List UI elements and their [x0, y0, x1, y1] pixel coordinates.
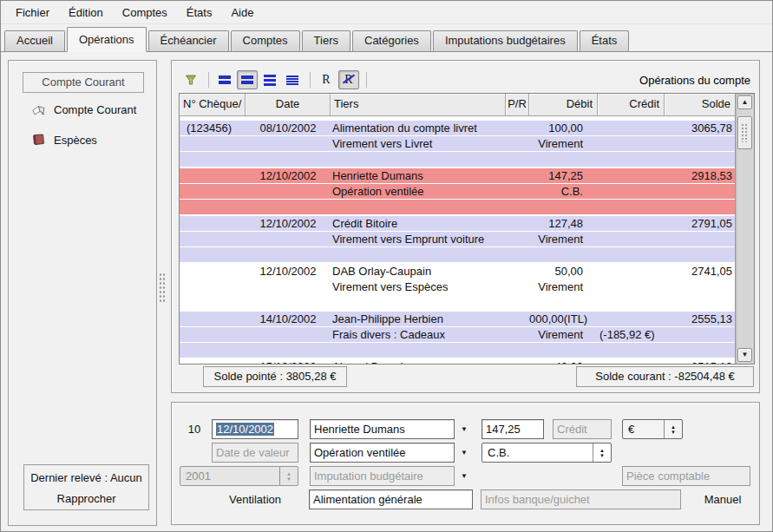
scroll-down-button[interactable]: ▼ — [737, 348, 752, 362]
toolbar-separator — [310, 72, 311, 88]
col-header-debit[interactable]: Débit — [529, 94, 598, 115]
table-row[interactable]: (123456) 08/10/2002 Alimentation du comp… — [180, 121, 735, 167]
two-line-view-icon — [241, 76, 253, 84]
exercise-spinner-icon[interactable]: ▲▼ — [279, 467, 298, 485]
breakdown-label: Ventilation — [212, 489, 298, 509]
filter-button[interactable] — [180, 70, 201, 89]
debit-amount-input[interactable]: 147,25 — [481, 419, 544, 439]
transaction-form: 10 12/10/2002 Henriette Dumans ▼ 147,25 … — [171, 402, 760, 525]
operations-toolbar: R R Opérations du compte — [180, 69, 752, 90]
credit-amount-input[interactable]: Crédit — [553, 419, 612, 439]
table-row[interactable]: 12/10/2002 Crédit Bitoire 127,48 2791,05… — [180, 216, 735, 262]
menu-aide[interactable]: Aide — [221, 3, 263, 22]
row-number-label: 10 — [184, 419, 205, 439]
scroll-up-button[interactable]: ▲ — [737, 95, 752, 109]
menu-comptes[interactable]: Comptes — [113, 3, 177, 22]
show-reconciled-button[interactable]: R — [316, 70, 337, 89]
payment-method-value: C.B. — [488, 446, 509, 459]
operations-panel: R R Opérations du compte N° Chèque/ Date… — [171, 60, 760, 393]
budget-dropdown-arrow-icon[interactable]: ▼ — [458, 466, 470, 486]
toolbar-separator — [366, 72, 367, 88]
bank-info-input[interactable]: Infos banque/guichet — [481, 489, 681, 509]
col-header-date[interactable]: Date — [246, 94, 331, 115]
scrollbar-grip — [741, 123, 749, 142]
accounts-sidebar: Compte Courant Compte Courant Espèces De… — [8, 60, 157, 526]
col-header-solde[interactable]: Solde — [665, 94, 735, 115]
currency-spinner-icon[interactable]: ▲▼ — [664, 420, 682, 438]
view-one-line-button[interactable] — [214, 70, 235, 89]
menu-edition[interactable]: Édition — [59, 3, 113, 22]
col-header-credit[interactable]: Crédit — [598, 94, 665, 115]
category-combo-input[interactable]: Opération ventilée — [310, 443, 455, 463]
exercise-value: 2001 — [186, 470, 211, 483]
reconcile-button[interactable]: Rapprocher — [24, 492, 148, 505]
view-three-line-button[interactable] — [259, 70, 280, 89]
transactions-table: N° Chèque/ Date Tiers P/R Débit Crédit S… — [179, 93, 755, 365]
tab-comptes[interactable]: Comptes — [231, 30, 300, 51]
col-header-pr[interactable]: P/R — [506, 94, 529, 115]
voucher-input[interactable]: Pièce comptable — [622, 466, 750, 486]
table-row[interactable]: 12/10/2002 DAB Orlay-Caupain 50,00 2741,… — [180, 264, 735, 310]
pane-splitter-handle[interactable] — [159, 273, 167, 304]
tab-etats[interactable]: États — [580, 30, 630, 51]
mode-label: Manuel — [695, 489, 750, 509]
one-line-view-icon — [219, 76, 231, 84]
sidebar-item-compte-courant[interactable]: Compte Courant — [31, 101, 136, 118]
table-body: (123456) 08/10/2002 Alimentation du comp… — [180, 121, 735, 364]
value-date-input[interactable]: Date de valeur — [212, 443, 298, 463]
tab-tiers[interactable]: Tiers — [302, 30, 350, 51]
last-statement-label: Dernier relevé : Aucun — [24, 471, 148, 484]
tab-operations[interactable]: Opérations — [67, 27, 147, 52]
view-two-line-button[interactable] — [237, 70, 258, 89]
sidebar-item-label: Espèces — [54, 134, 97, 147]
r-icon: R — [322, 73, 330, 87]
date-input[interactable]: 12/10/2002 — [212, 419, 298, 439]
filter-icon — [185, 74, 197, 86]
currency-selector[interactable]: € ▲▼ — [622, 419, 683, 439]
date-selected-text: 12/10/2002 — [216, 423, 274, 436]
tab-categories[interactable]: Catégories — [352, 30, 431, 51]
view-four-line-button[interactable] — [282, 70, 303, 89]
budget-combo-input[interactable]: Imputation budgétaire — [310, 466, 455, 486]
payee-combo-input[interactable]: Henriette Dumans — [310, 419, 455, 439]
tab-accueil[interactable]: Accueil — [4, 30, 65, 51]
table-header: N° Chèque/ Date Tiers P/R Débit Crédit S… — [180, 94, 735, 116]
table-row[interactable]: 14/10/2002 Jean-Philippe Herbien 000,00(… — [180, 312, 735, 358]
tab-echeancier[interactable]: Échéancier — [148, 30, 229, 51]
table-row-clipped[interactable]: 15/10/2002 Ahmed Beroche 40,00 2515,13 — [180, 359, 735, 364]
app-window: Fichier Édition Comptes États Aide Accue… — [0, 0, 773, 532]
toolbar-separator — [208, 72, 209, 88]
scrollbar-thumb[interactable] — [737, 116, 752, 149]
r-crossed-icon: R — [344, 73, 352, 87]
category-dropdown-arrow-icon[interactable]: ▼ — [458, 443, 470, 463]
col-header-tiers[interactable]: Tiers — [331, 94, 506, 115]
red-book-icon — [31, 133, 47, 147]
panel-title: Opérations du compte — [639, 74, 752, 87]
sidebar-item-especes[interactable]: Espèces — [31, 131, 97, 148]
menubar: Fichier Édition Comptes États Aide — [1, 1, 772, 24]
col-header-num-cheque[interactable]: N° Chèque/ — [180, 94, 246, 115]
payee-dropdown-arrow-icon[interactable]: ▼ — [458, 419, 470, 439]
sidebar-item-label: Compte Courant — [54, 103, 136, 116]
hide-reconciled-button[interactable]: R — [338, 70, 359, 89]
currency-value: € — [628, 423, 634, 436]
solde-pointe-box: Solde pointé : 3805,28 € — [203, 366, 347, 387]
reconcile-box: Dernier relevé : Aucun Rapprocher — [23, 464, 149, 510]
three-line-view-icon — [264, 75, 276, 86]
menu-etats[interactable]: États — [177, 3, 222, 22]
table-row-selected[interactable]: 12/10/2002 Henriette Dumans 147,25 2918,… — [180, 168, 735, 214]
account-selector[interactable]: Compte Courant — [23, 72, 144, 93]
breakdown-category-input[interactable]: Alimentation générale — [309, 489, 473, 509]
menu-fichier[interactable]: Fichier — [6, 3, 59, 22]
table-scrollbar[interactable]: ▲ ▼ — [735, 94, 754, 364]
four-line-view-icon — [286, 76, 298, 85]
checkbook-icon — [31, 102, 47, 116]
solde-courant-box: Solde courant : -82504,48 € — [576, 366, 754, 387]
tabbar: Accueil Opérations Échéancier Comptes Ti… — [1, 25, 772, 52]
tab-imputations[interactable]: Imputations budgétaires — [433, 30, 578, 51]
exercise-selector[interactable]: 2001 ▲▼ — [180, 466, 298, 486]
payment-method-selector[interactable]: C.B. ▲▼ — [481, 443, 612, 463]
payment-method-spinner-icon[interactable]: ▲▼ — [593, 443, 611, 462]
